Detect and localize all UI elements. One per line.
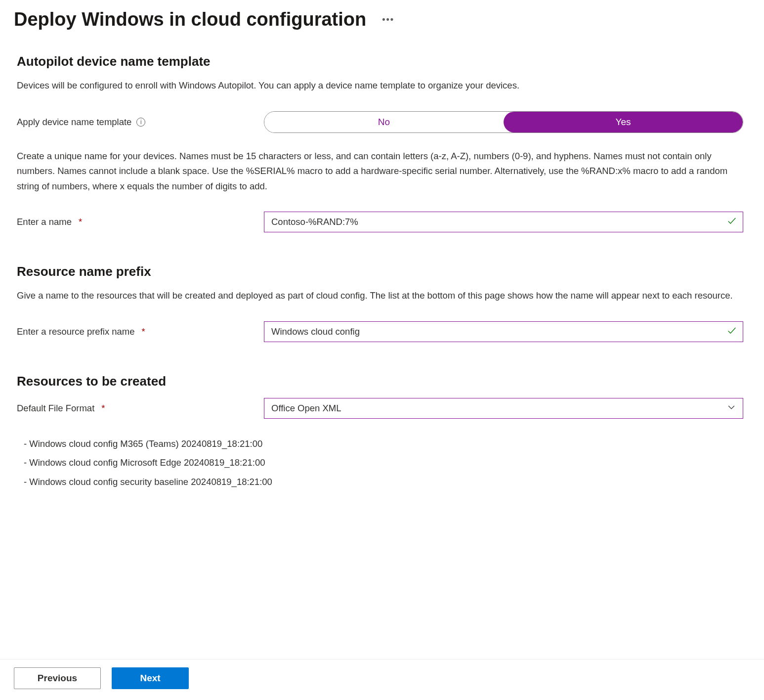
file-format-value: Office Open XML [271, 403, 341, 414]
prefix-description: Give a name to the resources that will b… [17, 288, 750, 304]
file-format-label: Default File Format [17, 403, 94, 414]
autopilot-description: Devices will be configured to enroll wit… [17, 78, 750, 93]
more-actions-icon[interactable]: ••• [382, 14, 394, 25]
list-item: - Windows cloud config Microsoft Edge 20… [24, 453, 750, 473]
toggle-no[interactable]: No [264, 112, 504, 132]
device-name-input[interactable] [264, 212, 743, 232]
required-indicator: * [79, 217, 82, 227]
name-label: Enter a name [17, 217, 72, 227]
apply-template-label: Apply device name template [17, 117, 131, 128]
resources-heading: Resources to be created [17, 374, 750, 389]
prefix-heading: Resource name prefix [17, 264, 750, 279]
page-title: Deploy Windows in cloud configuration [14, 9, 366, 30]
naming-rules-text: Create a unique name for your devices. N… [17, 149, 750, 194]
info-icon[interactable]: i [136, 118, 145, 127]
list-item: - Windows cloud config security baseline… [24, 473, 750, 492]
required-indicator: * [101, 403, 105, 414]
prefix-label: Enter a resource prefix name [17, 326, 135, 337]
file-format-select[interactable]: Office Open XML [264, 398, 743, 419]
required-indicator: * [142, 326, 145, 337]
toggle-yes[interactable]: Yes [504, 112, 743, 132]
apply-template-toggle[interactable]: No Yes [264, 111, 743, 133]
prefix-input[interactable] [264, 321, 743, 342]
autopilot-heading: Autopilot device name template [17, 54, 750, 69]
resource-list: - Windows cloud config M365 (Teams) 2024… [17, 435, 750, 492]
list-item: - Windows cloud config M365 (Teams) 2024… [24, 435, 750, 454]
